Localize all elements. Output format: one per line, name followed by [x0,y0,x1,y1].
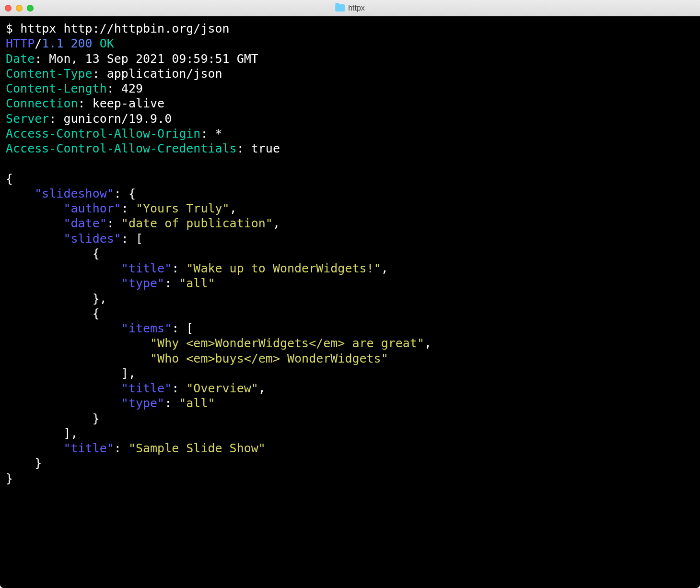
json-indent [6,232,63,246]
json-punc: { [128,187,136,200]
json-punc: [ [136,232,143,246]
header-sep: : [107,82,121,95]
header-val: * [215,127,222,141]
json-key: "slides" [63,232,121,246]
header-val: true [251,141,280,155]
json-punc: } [93,292,100,306]
prompt-symbol: $ [6,22,13,35]
header-sep: : [35,52,49,66]
header-sep: : [93,67,107,81]
json-key: "date" [63,216,106,230]
json-punc: , [424,336,432,350]
json-indent [6,216,63,230]
json-punc: : [114,441,128,455]
json-indent [6,352,150,365]
json-indent [6,187,35,200]
folder-icon [335,4,345,12]
json-string: "Sample Slide Show" [128,441,266,455]
json-indent [6,321,121,335]
json-key: "type" [121,276,164,290]
json-indent [6,336,150,350]
json-punc: { [93,247,100,260]
terminal-content[interactable]: $ httpx http://httpbin.org/json HTTP/1.1… [0,16,700,588]
json-punc: : [172,381,186,395]
json-punc: : [172,261,186,275]
json-punc: : [114,187,128,200]
header-key: Content-Type [6,67,93,81]
json-punc: : [172,321,186,335]
status-slash: / [35,36,42,50]
close-icon[interactable] [5,5,12,12]
json-punc: } [6,471,13,485]
json-punc: [ [186,321,193,335]
header-sep: : [237,141,251,155]
json-punc: , [258,381,266,395]
json-string: "all" [179,396,215,410]
header-sep: : [49,112,63,126]
json-key: "title" [121,381,172,395]
json-punc: } [35,456,42,470]
status-reason: OK [100,36,114,50]
header-key: Access-Control-Allow-Credentials [6,141,237,155]
json-punc: { [93,306,100,320]
json-indent [6,441,63,455]
json-punc: , [230,201,237,215]
json-indent [6,366,121,380]
json-punc: , [100,292,107,306]
json-indent [6,306,93,320]
json-key: "items" [121,321,172,335]
json-indent [6,292,93,306]
json-indent [6,456,35,470]
header-val: gunicorn/19.9.0 [63,112,172,126]
json-string: "all" [179,276,215,290]
window-titlebar[interactable]: httpx [0,0,700,16]
json-indent [6,381,121,395]
json-indent [6,261,121,275]
json-key: "type" [121,396,164,410]
json-punc: : [164,276,179,290]
json-punc: : [164,396,179,410]
json-punc: , [128,366,136,380]
json-key: "author" [63,201,121,215]
header-key: Server [6,112,49,126]
json-string: "Why <em>WonderWidgets</em> are great" [150,336,424,350]
json-string: "Yours Truly" [136,201,230,215]
json-punc: : [121,232,136,246]
json-indent [6,276,121,290]
json-key: "title" [63,441,114,455]
json-punc: { [6,172,13,186]
status-ver: 1.1 [42,36,63,50]
status-code: 200 [71,36,93,50]
json-punc: : [121,201,136,215]
json-indent [6,201,63,215]
header-val: Mon, 13 Sep 2021 09:59:51 GMT [49,52,258,66]
header-val: 429 [121,82,143,95]
header-key: Connection [6,96,78,110]
json-punc: , [273,216,280,230]
json-punc: , [70,426,78,440]
command-line: httpx http://httpbin.org/json [20,22,230,35]
json-string: "date of publication" [121,216,273,230]
json-punc: ] [63,426,70,440]
zoom-icon[interactable] [27,5,34,12]
json-punc: } [93,412,100,425]
header-key: Date [6,52,35,66]
traffic-lights [5,5,34,12]
window-title-text: httpx [348,4,365,12]
json-indent [6,412,93,425]
header-val: application/json [107,67,222,81]
json-indent [6,247,93,260]
minimize-icon[interactable] [16,5,23,12]
header-key: Access-Control-Allow-Origin [6,127,200,141]
json-string: "Wake up to WonderWidgets!" [186,261,381,275]
terminal-window: httpx $ httpx http://httpbin.org/json HT… [0,0,700,588]
json-indent [6,426,63,440]
header-val: keep-alive [93,96,165,110]
window-title: httpx [335,4,365,12]
json-punc: : [107,216,121,230]
json-punc: ] [121,366,128,380]
header-sep: : [78,96,93,110]
header-key: Content-Length [6,82,107,95]
json-key: "slideshow" [35,187,114,200]
json-string: "Overview" [186,381,258,395]
